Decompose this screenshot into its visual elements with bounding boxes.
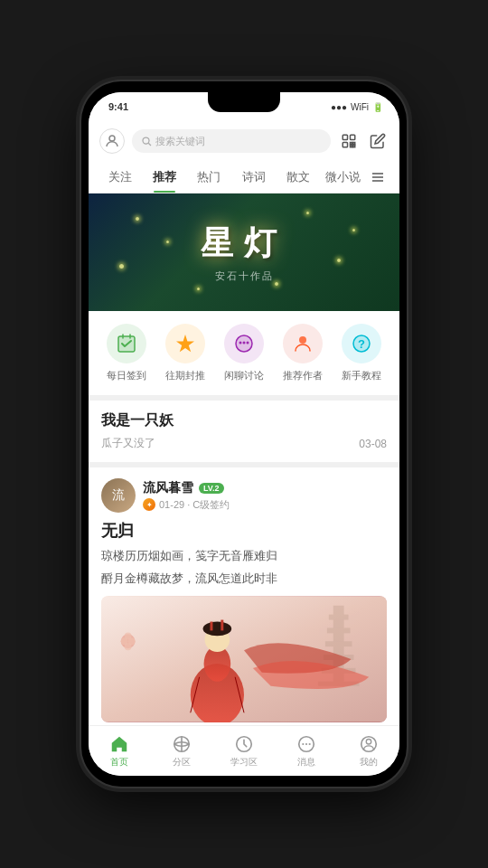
svg-rect-6: [351, 143, 352, 145]
svg-point-52: [305, 742, 307, 744]
chat-label: 闲聊讨论: [224, 369, 264, 382]
svg-rect-4: [351, 135, 355, 139]
article-date: 03-08: [359, 438, 387, 450]
nav-mine-label: 我的: [360, 756, 378, 769]
newbie-label: 新手教程: [342, 369, 381, 382]
header-icons: [338, 130, 389, 152]
svg-rect-5: [343, 143, 347, 147]
svg-rect-7: [353, 143, 355, 145]
nav-message[interactable]: 消息: [275, 726, 337, 776]
study-icon: [234, 734, 254, 754]
content-area: 星灯 安石十作品 每日签到: [89, 193, 399, 725]
svg-point-45: [125, 632, 132, 639]
quick-actions: 每日签到 往期封推: [89, 311, 399, 395]
tab-hot[interactable]: 热门: [187, 161, 231, 193]
nav-tabs: 关注 推荐 热门 诗词 散文 微小说: [89, 161, 399, 193]
quick-action-newbie[interactable]: ? 新手教程: [332, 324, 390, 382]
chat-icon: [224, 324, 264, 363]
author-info: 流 流风暮雪 LV.2 ✦ 01-29 · C级签约: [101, 478, 387, 513]
nav-message-label: 消息: [297, 756, 315, 769]
author-sub-text: 01-29 · C级签约: [159, 498, 230, 512]
nav-category[interactable]: 分区: [151, 726, 213, 776]
user-avatar[interactable]: [99, 128, 125, 154]
article-meta: 瓜子又没了 03-08: [101, 436, 387, 451]
svg-point-37: [203, 621, 232, 636]
edit-icon[interactable]: [367, 130, 389, 152]
svg-rect-8: [351, 146, 352, 147]
author-name: 流风暮雪: [143, 480, 193, 496]
tab-prose[interactable]: 散文: [276, 161, 320, 193]
article-card[interactable]: 我是一只妖 瓜子又没了 03-08: [89, 401, 399, 462]
svg-rect-39: [221, 619, 223, 630]
quick-action-chat[interactable]: 闲聊讨论: [215, 324, 274, 382]
svg-point-0: [109, 136, 115, 141]
quick-action-recommend-author[interactable]: 推荐作者: [273, 324, 332, 382]
svg-line-2: [148, 143, 151, 146]
daily-sign-label: 每日签到: [107, 369, 146, 382]
svg-point-1: [143, 137, 149, 144]
mine-icon: [359, 734, 379, 754]
post-title: 无归: [101, 520, 387, 542]
author-avatar: 流: [101, 478, 136, 513]
recommend-author-label: 推荐作者: [283, 369, 323, 382]
post-desc-1: 琼楼历历烟如画，笺字无音雁难归: [101, 547, 387, 566]
post-desc-2: 酹月金樽藏故梦，流风怎道此时非: [101, 570, 387, 589]
scan-icon[interactable]: [338, 130, 360, 152]
nav-home-label: 首页: [110, 756, 128, 769]
daily-sign-icon: [107, 324, 146, 363]
bottom-nav: 首页 分区: [89, 725, 399, 776]
level-badge: LV.2: [199, 483, 224, 494]
svg-rect-29: [327, 627, 351, 633]
svg-point-21: [246, 342, 249, 344]
svg-point-22: [299, 336, 306, 344]
article-title: 我是一只妖: [101, 411, 387, 430]
past-recommend-label: 往期封推: [165, 369, 205, 382]
svg-rect-3: [343, 135, 347, 139]
newbie-icon: ?: [342, 324, 381, 363]
banner-title: 星灯 安石十作品: [201, 222, 287, 283]
banner[interactable]: 星灯 安石十作品: [89, 193, 399, 311]
category-icon: [172, 734, 192, 754]
svg-text:?: ?: [358, 337, 365, 351]
svg-rect-38: [210, 621, 212, 630]
status-time: 9:41: [105, 101, 128, 112]
header: 搜索关键词: [89, 121, 399, 161]
svg-point-46: [125, 643, 132, 650]
article-author: 瓜子又没了: [101, 436, 155, 451]
svg-point-53: [308, 742, 310, 744]
quick-action-past-recommend[interactable]: 往期封推: [156, 324, 215, 382]
nav-mine[interactable]: 我的: [337, 726, 399, 776]
nav-home[interactable]: 首页: [89, 726, 151, 776]
quick-action-daily-sign[interactable]: 每日签到: [98, 324, 156, 382]
message-icon: [296, 734, 316, 754]
svg-point-20: [242, 342, 245, 344]
nav-category-label: 分区: [173, 756, 191, 769]
recommend-author-icon: [283, 324, 323, 363]
banner-sub-title: 安石十作品: [201, 269, 287, 283]
author-name-row: 流风暮雪 LV.2: [143, 480, 387, 496]
tab-micro[interactable]: 微小说: [321, 161, 365, 193]
tab-follow[interactable]: 关注: [98, 161, 142, 193]
author-sub-icon: ✦: [143, 498, 155, 511]
author-details: 流风暮雪 LV.2 ✦ 01-29 · C级签约: [143, 480, 387, 512]
svg-point-51: [302, 742, 304, 744]
tab-recommend[interactable]: 推荐: [142, 161, 186, 193]
nav-menu-button[interactable]: [365, 165, 390, 190]
home-icon: [109, 734, 129, 754]
author-sub: ✦ 01-29 · C级签约: [143, 498, 387, 512]
banner-main-title: 星灯: [201, 222, 287, 266]
svg-rect-30: [325, 641, 352, 646]
nav-study-label: 学习区: [230, 756, 258, 769]
nav-study[interactable]: 学习区: [213, 726, 276, 776]
status-icons: ●●● WiFi 🔋: [331, 102, 383, 112]
search-placeholder: 搜索关键词: [155, 135, 205, 148]
search-bar[interactable]: 搜索关键词: [132, 129, 331, 153]
svg-rect-9: [353, 146, 355, 147]
post-image: [101, 596, 387, 722]
author-post-card[interactable]: 流 流风暮雪 LV.2 ✦ 01-29 · C级签约: [89, 467, 399, 725]
svg-point-55: [366, 739, 371, 744]
past-recommend-icon: [165, 324, 205, 363]
svg-rect-28: [329, 614, 349, 619]
svg-point-19: [239, 342, 241, 344]
tab-poetry[interactable]: 诗词: [231, 161, 276, 193]
